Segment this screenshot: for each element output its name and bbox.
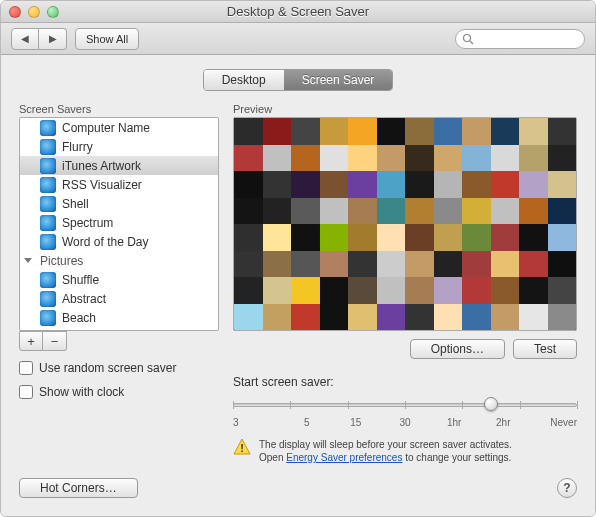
album-thumb <box>291 277 320 304</box>
list-item[interactable]: Spectrum <box>20 213 218 232</box>
tab-desktop[interactable]: Desktop <box>204 70 284 90</box>
album-thumb <box>348 251 377 278</box>
album-thumb <box>377 304 406 331</box>
album-thumb <box>434 145 463 172</box>
window-title: Desktop & Screen Saver <box>1 4 595 19</box>
album-thumb <box>519 145 548 172</box>
prefs-window: Desktop & Screen Saver ◀ ▶ Show All Desk… <box>0 0 596 517</box>
album-thumb <box>234 118 263 145</box>
random-checkbox-row[interactable]: Use random screen saver <box>19 361 219 375</box>
album-thumb <box>348 198 377 225</box>
random-checkbox[interactable] <box>19 361 33 375</box>
close-icon[interactable] <box>9 6 21 18</box>
album-thumb <box>320 198 349 225</box>
album-thumb <box>320 171 349 198</box>
album-thumb <box>348 304 377 331</box>
list-group[interactable]: Pictures <box>20 251 218 270</box>
swirl-icon <box>40 196 56 212</box>
list-item[interactable]: RSS Visualizer <box>20 175 218 194</box>
album-thumb <box>291 171 320 198</box>
swirl-icon <box>40 291 56 307</box>
clock-checkbox[interactable] <box>19 385 33 399</box>
album-thumb <box>263 118 292 145</box>
slider-thumb[interactable] <box>484 397 498 411</box>
add-button[interactable]: + <box>19 331 43 351</box>
start-slider[interactable] <box>233 395 577 415</box>
preview-area <box>233 117 577 331</box>
toolbar: ◀ ▶ Show All <box>1 23 595 55</box>
list-item[interactable]: Beach <box>20 308 218 327</box>
album-thumb <box>548 251 577 278</box>
album-thumb <box>377 224 406 251</box>
album-thumb <box>548 277 577 304</box>
album-thumb <box>462 171 491 198</box>
album-thumb <box>405 277 434 304</box>
swirl-icon <box>40 120 56 136</box>
album-thumb <box>348 224 377 251</box>
album-thumb <box>291 304 320 331</box>
random-label: Use random screen saver <box>39 361 176 375</box>
album-thumb <box>491 304 520 331</box>
album-thumb <box>548 118 577 145</box>
album-thumb <box>263 251 292 278</box>
album-thumb <box>548 145 577 172</box>
tab-screensaver[interactable]: Screen Saver <box>284 70 393 90</box>
album-thumb <box>320 251 349 278</box>
swirl-icon <box>40 272 56 288</box>
remove-button[interactable]: − <box>43 331 67 351</box>
album-thumb <box>320 118 349 145</box>
swirl-icon <box>40 310 56 326</box>
options-button[interactable]: Options… <box>410 339 505 359</box>
test-button[interactable]: Test <box>513 339 577 359</box>
swirl-icon <box>40 234 56 250</box>
list-item[interactable]: iTunes Artwork <box>20 156 218 175</box>
back-button[interactable]: ◀ <box>11 28 39 50</box>
list-item[interactable]: Computer Name <box>20 118 218 137</box>
clock-label: Show with clock <box>39 385 124 399</box>
album-thumb <box>434 304 463 331</box>
album-thumb <box>377 251 406 278</box>
album-thumb <box>462 224 491 251</box>
clock-checkbox-row[interactable]: Show with clock <box>19 385 219 399</box>
swirl-icon <box>40 139 56 155</box>
list-item[interactable]: Word of the Day <box>20 232 218 251</box>
album-thumb <box>491 198 520 225</box>
album-thumb <box>320 304 349 331</box>
album-thumb <box>291 118 320 145</box>
svg-line-1 <box>470 41 473 44</box>
album-thumb <box>263 304 292 331</box>
album-thumb <box>519 304 548 331</box>
zoom-icon[interactable] <box>47 6 59 18</box>
warning-text: The display will sleep before your scree… <box>259 438 512 464</box>
album-thumb <box>548 171 577 198</box>
search-icon <box>462 33 474 45</box>
album-thumb <box>462 277 491 304</box>
album-thumb <box>405 145 434 172</box>
album-thumb <box>377 198 406 225</box>
album-thumb <box>491 145 520 172</box>
list-item[interactable]: Shell <box>20 194 218 213</box>
search-input[interactable] <box>455 29 585 49</box>
album-thumb <box>348 277 377 304</box>
hot-corners-button[interactable]: Hot Corners… <box>19 478 138 498</box>
album-thumb <box>519 224 548 251</box>
album-thumb <box>234 171 263 198</box>
album-thumb <box>291 145 320 172</box>
show-all-button[interactable]: Show All <box>75 28 139 50</box>
list-item[interactable]: Shuffle <box>20 270 218 289</box>
energy-saver-link[interactable]: Energy Saver preferences <box>286 452 402 463</box>
screensaver-list[interactable]: Computer NameFlurryiTunes ArtworkRSS Vis… <box>19 117 219 331</box>
album-thumb <box>348 118 377 145</box>
album-thumb <box>548 198 577 225</box>
album-thumb <box>462 251 491 278</box>
nav-seg: ◀ ▶ <box>11 28 67 50</box>
minimize-icon[interactable] <box>28 6 40 18</box>
slider-ticks: 3515301hr2hrNever <box>233 417 577 428</box>
album-thumb <box>234 198 263 225</box>
list-item[interactable]: Flurry <box>20 137 218 156</box>
help-button[interactable]: ? <box>557 478 577 498</box>
preview-header: Preview <box>233 103 577 115</box>
swirl-icon <box>40 177 56 193</box>
forward-button[interactable]: ▶ <box>39 28 67 50</box>
list-item[interactable]: Abstract <box>20 289 218 308</box>
